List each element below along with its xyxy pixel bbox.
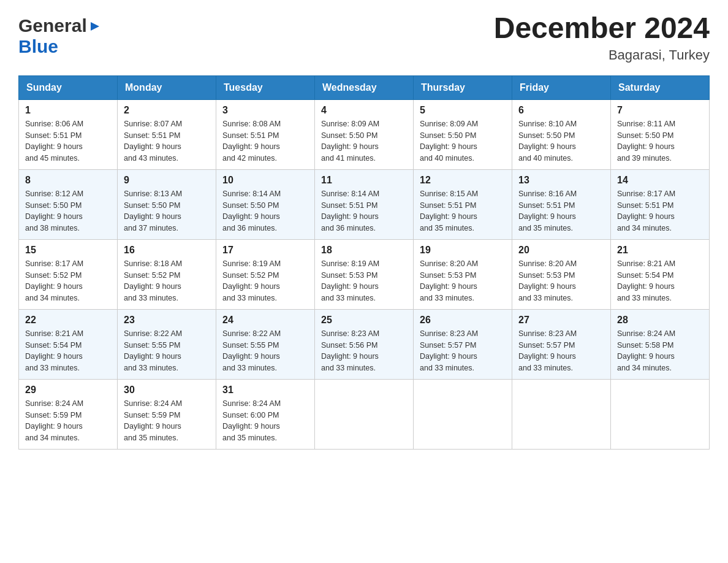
svg-marker-0: [91, 22, 99, 31]
calendar-cell: 24Sunrise: 8:22 AMSunset: 5:55 PMDayligh…: [216, 309, 315, 379]
calendar-week-row: 15Sunrise: 8:17 AMSunset: 5:52 PMDayligh…: [19, 239, 710, 309]
calendar-cell: 6Sunrise: 8:10 AMSunset: 5:50 PMDaylight…: [512, 99, 611, 169]
day-info: Sunrise: 8:24 AMSunset: 6:00 PMDaylight:…: [222, 398, 308, 444]
calendar-cell: 27Sunrise: 8:23 AMSunset: 5:57 PMDayligh…: [512, 309, 611, 379]
day-info: Sunrise: 8:07 AMSunset: 5:51 PMDaylight:…: [124, 118, 210, 164]
calendar-week-row: 1Sunrise: 8:06 AMSunset: 5:51 PMDaylight…: [19, 99, 710, 169]
day-info: Sunrise: 8:17 AMSunset: 5:51 PMDaylight:…: [617, 188, 703, 234]
day-info: Sunrise: 8:15 AMSunset: 5:51 PMDaylight:…: [420, 188, 506, 234]
column-header-thursday: Thursday: [414, 75, 512, 99]
day-number: 7: [617, 105, 703, 116]
calendar-week-row: 29Sunrise: 8:24 AMSunset: 5:59 PMDayligh…: [19, 379, 710, 449]
logo-triangle-icon: [88, 20, 102, 33]
calendar-cell: 23Sunrise: 8:22 AMSunset: 5:55 PMDayligh…: [118, 309, 216, 379]
day-info: Sunrise: 8:20 AMSunset: 5:53 PMDaylight:…: [420, 258, 506, 304]
day-number: 2: [124, 105, 210, 116]
day-number: 28: [617, 315, 703, 326]
day-number: 20: [518, 245, 604, 256]
day-number: 17: [222, 245, 308, 256]
calendar-cell: 10Sunrise: 8:14 AMSunset: 5:50 PMDayligh…: [216, 169, 315, 239]
calendar-cell: 9Sunrise: 8:13 AMSunset: 5:50 PMDaylight…: [118, 169, 216, 239]
day-info: Sunrise: 8:09 AMSunset: 5:50 PMDaylight:…: [420, 118, 506, 164]
calendar-cell: 13Sunrise: 8:16 AMSunset: 5:51 PMDayligh…: [512, 169, 611, 239]
calendar-cell: 14Sunrise: 8:17 AMSunset: 5:51 PMDayligh…: [611, 169, 710, 239]
day-number: 21: [617, 245, 703, 256]
calendar-cell: 17Sunrise: 8:19 AMSunset: 5:52 PMDayligh…: [216, 239, 315, 309]
day-info: Sunrise: 8:24 AMSunset: 5:59 PMDaylight:…: [124, 398, 210, 444]
day-number: 25: [321, 315, 407, 326]
calendar-cell: 4Sunrise: 8:09 AMSunset: 5:50 PMDaylight…: [315, 99, 414, 169]
calendar-cell: [315, 379, 414, 449]
title-section: December 2024 Bagarasi, Turkey: [494, 12, 710, 63]
day-number: 4: [321, 105, 407, 116]
calendar-cell: [611, 379, 710, 449]
calendar-week-row: 8Sunrise: 8:12 AMSunset: 5:50 PMDaylight…: [19, 169, 710, 239]
logo-general: General: [18, 15, 87, 36]
calendar-cell: 7Sunrise: 8:11 AMSunset: 5:50 PMDaylight…: [611, 99, 710, 169]
calendar-cell: 21Sunrise: 8:21 AMSunset: 5:54 PMDayligh…: [611, 239, 710, 309]
day-number: 22: [25, 315, 111, 326]
day-number: 29: [25, 385, 111, 396]
day-info: Sunrise: 8:22 AMSunset: 5:55 PMDaylight:…: [124, 328, 210, 374]
day-number: 9: [124, 175, 210, 186]
day-number: 24: [222, 315, 308, 326]
calendar-cell: 19Sunrise: 8:20 AMSunset: 5:53 PMDayligh…: [414, 239, 512, 309]
day-info: Sunrise: 8:24 AMSunset: 5:58 PMDaylight:…: [617, 328, 703, 374]
day-info: Sunrise: 8:14 AMSunset: 5:51 PMDaylight:…: [321, 188, 407, 234]
logo-blue: Blue: [18, 36, 58, 56]
column-header-sunday: Sunday: [19, 75, 118, 99]
calendar-cell: 18Sunrise: 8:19 AMSunset: 5:53 PMDayligh…: [315, 239, 414, 309]
calendar-cell: 30Sunrise: 8:24 AMSunset: 5:59 PMDayligh…: [118, 379, 216, 449]
day-info: Sunrise: 8:18 AMSunset: 5:52 PMDaylight:…: [124, 258, 210, 304]
calendar-cell: 5Sunrise: 8:09 AMSunset: 5:50 PMDaylight…: [414, 99, 512, 169]
logo: General Blue: [18, 12, 102, 57]
day-info: Sunrise: 8:08 AMSunset: 5:51 PMDaylight:…: [222, 118, 308, 164]
day-info: Sunrise: 8:16 AMSunset: 5:51 PMDaylight:…: [518, 188, 604, 234]
day-info: Sunrise: 8:19 AMSunset: 5:52 PMDaylight:…: [222, 258, 308, 304]
day-number: 11: [321, 175, 407, 186]
day-number: 30: [124, 385, 210, 396]
day-number: 12: [420, 175, 506, 186]
calendar-cell: 15Sunrise: 8:17 AMSunset: 5:52 PMDayligh…: [19, 239, 118, 309]
day-info: Sunrise: 8:06 AMSunset: 5:51 PMDaylight:…: [25, 118, 111, 164]
day-number: 5: [420, 105, 506, 116]
day-number: 31: [222, 385, 308, 396]
day-number: 8: [25, 175, 111, 186]
day-number: 27: [518, 315, 604, 326]
day-info: Sunrise: 8:20 AMSunset: 5:53 PMDaylight:…: [518, 258, 604, 304]
day-info: Sunrise: 8:09 AMSunset: 5:50 PMDaylight:…: [321, 118, 407, 164]
day-info: Sunrise: 8:22 AMSunset: 5:55 PMDaylight:…: [222, 328, 308, 374]
day-info: Sunrise: 8:24 AMSunset: 5:59 PMDaylight:…: [25, 398, 111, 444]
calendar-cell: 25Sunrise: 8:23 AMSunset: 5:56 PMDayligh…: [315, 309, 414, 379]
day-number: 26: [420, 315, 506, 326]
day-number: 1: [25, 105, 111, 116]
day-number: 15: [25, 245, 111, 256]
day-info: Sunrise: 8:14 AMSunset: 5:50 PMDaylight:…: [222, 188, 308, 234]
column-header-friday: Friday: [512, 75, 611, 99]
column-header-saturday: Saturday: [611, 75, 710, 99]
page-subtitle: Bagarasi, Turkey: [494, 47, 710, 63]
calendar-cell: 20Sunrise: 8:20 AMSunset: 5:53 PMDayligh…: [512, 239, 611, 309]
day-info: Sunrise: 8:13 AMSunset: 5:50 PMDaylight:…: [124, 188, 210, 234]
calendar-header-row: SundayMondayTuesdayWednesdayThursdayFrid…: [19, 75, 710, 99]
day-number: 16: [124, 245, 210, 256]
day-info: Sunrise: 8:17 AMSunset: 5:52 PMDaylight:…: [25, 258, 111, 304]
calendar-cell: 29Sunrise: 8:24 AMSunset: 5:59 PMDayligh…: [19, 379, 118, 449]
day-number: 14: [617, 175, 703, 186]
day-info: Sunrise: 8:23 AMSunset: 5:57 PMDaylight:…: [420, 328, 506, 374]
calendar-cell: 16Sunrise: 8:18 AMSunset: 5:52 PMDayligh…: [118, 239, 216, 309]
calendar-cell: 28Sunrise: 8:24 AMSunset: 5:58 PMDayligh…: [611, 309, 710, 379]
day-number: 23: [124, 315, 210, 326]
day-number: 6: [518, 105, 604, 116]
column-header-tuesday: Tuesday: [216, 75, 315, 99]
calendar-cell: 1Sunrise: 8:06 AMSunset: 5:51 PMDaylight…: [19, 99, 118, 169]
calendar-cell: 22Sunrise: 8:21 AMSunset: 5:54 PMDayligh…: [19, 309, 118, 379]
page-header: General Blue December 2024 Bagarasi, Tur…: [18, 12, 710, 63]
day-number: 3: [222, 105, 308, 116]
day-info: Sunrise: 8:12 AMSunset: 5:50 PMDaylight:…: [25, 188, 111, 234]
day-info: Sunrise: 8:10 AMSunset: 5:50 PMDaylight:…: [518, 118, 604, 164]
calendar-cell: 8Sunrise: 8:12 AMSunset: 5:50 PMDaylight…: [19, 169, 118, 239]
calendar-cell: 26Sunrise: 8:23 AMSunset: 5:57 PMDayligh…: [414, 309, 512, 379]
day-info: Sunrise: 8:23 AMSunset: 5:57 PMDaylight:…: [518, 328, 604, 374]
day-number: 10: [222, 175, 308, 186]
